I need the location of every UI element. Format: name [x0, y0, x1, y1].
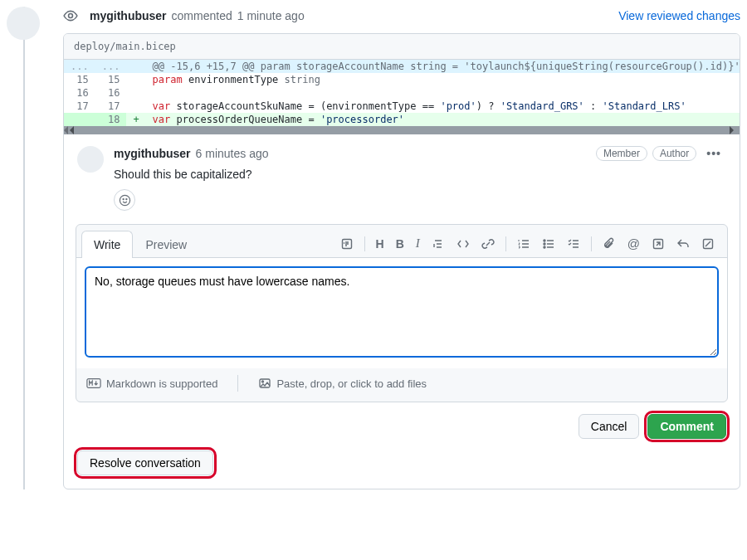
cancel-button[interactable]: Cancel: [579, 414, 640, 439]
attach-icon[interactable]: [598, 234, 620, 254]
link-icon[interactable]: [477, 234, 499, 254]
new-line-number: 16: [95, 86, 127, 100]
inner-time[interactable]: 6 minutes ago: [196, 147, 269, 160]
unordered-list-icon[interactable]: [538, 234, 559, 254]
mention-icon[interactable]: @: [623, 233, 644, 254]
svg-point-6: [544, 243, 545, 245]
markdown-help-link[interactable]: Markdown is supported: [86, 377, 217, 390]
comment-action: commented: [172, 9, 232, 22]
comment-textarea[interactable]: [85, 266, 719, 358]
svg-point-5: [544, 240, 545, 241]
ordered-list-icon[interactable]: [513, 234, 535, 254]
diff-code: param environmentType string: [146, 73, 740, 86]
diff-code: var processOrderQueueName = 'processorde…: [146, 113, 740, 126]
attach-files-link[interactable]: Paste, drop, or click to add files: [258, 377, 427, 390]
tab-write[interactable]: Write: [81, 231, 133, 258]
file-path[interactable]: deploy/main.bicep: [64, 34, 740, 60]
diff-marker: [126, 73, 145, 86]
svg-point-3: [125, 198, 126, 199]
quote-icon[interactable]: [427, 234, 449, 254]
old-line-number: 16: [64, 86, 95, 100]
diff-marker: +: [126, 113, 145, 126]
diff-code: var storageAccountSkuName = (environment…: [146, 100, 740, 113]
new-line-number: 17: [95, 100, 127, 113]
diff-row: 1515param environmentType string: [64, 73, 740, 86]
review-box: deploy/main.bicep ... ... @@ -15,6 +15,7…: [63, 33, 740, 489]
add-reaction-button[interactable]: [114, 189, 135, 211]
tab-preview[interactable]: Preview: [133, 231, 199, 258]
diff-row: 1717var storageAccountSkuName = (environ…: [64, 100, 740, 113]
new-line-number: 15: [95, 73, 127, 86]
role-badge: Member: [596, 146, 647, 161]
svg-point-12: [262, 381, 264, 382]
commenter-username[interactable]: mygithubuser: [90, 9, 167, 22]
reply-icon[interactable]: [672, 234, 694, 254]
heading-icon[interactable]: H: [372, 234, 388, 254]
suggestion-icon[interactable]: [336, 234, 358, 254]
saved-replies-icon[interactable]: [697, 234, 719, 254]
role-badge: Author: [652, 146, 696, 161]
reference-icon[interactable]: [647, 234, 669, 254]
hunk-header: @@ -15,6 +15,7 @@ param storageAccountNa…: [146, 60, 740, 73]
inner-username[interactable]: mygithubuser: [114, 147, 191, 160]
diff-marker: [126, 100, 145, 113]
svg-point-0: [69, 14, 73, 18]
avatar[interactable]: [7, 7, 40, 40]
svg-point-2: [123, 198, 124, 199]
italic-icon[interactable]: I: [412, 233, 424, 254]
code-icon[interactable]: [452, 234, 474, 254]
diff-table: ... ... @@ -15,6 +15,7 @@ param storageA…: [64, 60, 740, 126]
view-changes-link[interactable]: View reviewed changes: [618, 9, 740, 22]
hunk-ellipsis: ...: [64, 60, 95, 73]
comment-editor: Write Preview H B I: [76, 224, 728, 402]
visibility-icon: [63, 7, 78, 25]
more-options-icon[interactable]: •••: [701, 147, 726, 160]
hunk-ellipsis: ...: [95, 60, 127, 73]
comment-time[interactable]: 1 minute ago: [237, 9, 305, 22]
svg-point-7: [544, 246, 545, 248]
old-line-number: [64, 113, 95, 126]
diff-marker: [126, 86, 145, 100]
avatar[interactable]: [77, 146, 104, 173]
comment-body: Should this be capitalized?: [114, 168, 726, 181]
old-line-number: 17: [64, 100, 95, 113]
resolve-conversation-button[interactable]: Resolve conversation: [77, 450, 213, 475]
svg-point-1: [120, 195, 129, 205]
new-line-number: 18: [95, 113, 127, 126]
horizontal-scrollbar[interactable]: [64, 126, 740, 134]
comment-button[interactable]: Comment: [647, 414, 726, 439]
old-line-number: 15: [64, 73, 95, 86]
diff-row: 18+var processOrderQueueName = 'processo…: [64, 113, 740, 126]
diff-code: [146, 86, 740, 100]
diff-row: 1616: [64, 86, 740, 100]
bold-icon[interactable]: B: [392, 234, 408, 254]
editor-toolbar: H B I @: [336, 233, 719, 254]
task-list-icon[interactable]: [563, 234, 584, 254]
